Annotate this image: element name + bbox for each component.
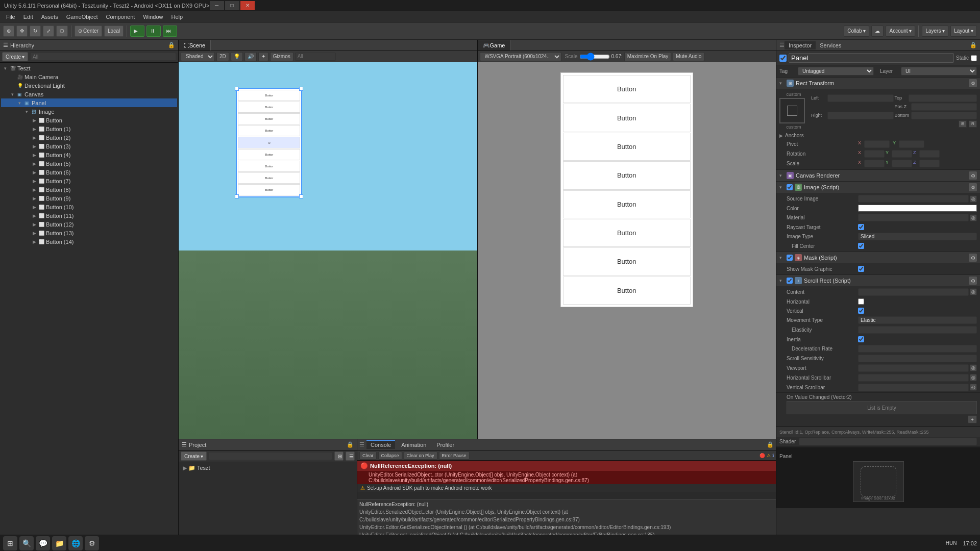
handle-tr[interactable]	[299, 87, 303, 91]
image-enable-checkbox[interactable]	[787, 184, 793, 190]
menu-window[interactable]: Window	[139, 13, 167, 21]
source-image-input[interactable]: Background	[858, 195, 969, 203]
hierarchy-item-button9[interactable]: ▶ ⬜ Button (9)	[1, 194, 177, 203]
content-pick-btn[interactable]: ◎	[970, 288, 977, 295]
step-button[interactable]: ⏭	[163, 26, 177, 37]
layers-button[interactable]: Layers ▾	[922, 26, 948, 37]
fx-button[interactable]: ✦	[258, 52, 268, 61]
scale-slider[interactable]	[579, 53, 610, 61]
inertia-checkbox[interactable]	[858, 336, 864, 342]
scale-x-input[interactable]: 1	[864, 160, 885, 167]
hierarchy-item-button13[interactable]: ▶ ⬜ Button (13)	[1, 229, 177, 237]
rect-transform-menu-btn[interactable]: ⚙	[969, 79, 977, 87]
rt-btn-1[interactable]: ⊞	[959, 120, 967, 128]
elasticity-input[interactable]: 0.1	[858, 326, 977, 334]
hierarchy-item-main-camera[interactable]: 🎥 Main Camera	[1, 72, 177, 81]
scale-y-input[interactable]: 1	[892, 160, 912, 167]
layout-button[interactable]: Layout ▾	[950, 26, 977, 37]
hierarchy-item-teszt[interactable]: ▾ 🎬 Teszt	[1, 64, 177, 72]
hierarchy-item-button5[interactable]: ▶ ⬜ Button (5)	[1, 159, 177, 168]
viewport-pick-btn[interactable]: ◎	[970, 364, 977, 371]
v-scrollbar-pick-btn[interactable]: ◎	[970, 384, 977, 391]
maximize-button[interactable]: □	[225, 1, 239, 10]
hierarchy-item-button8[interactable]: ▶ ⬜ Button (8)	[1, 185, 177, 194]
mute-audio-button[interactable]: Mute Audio	[673, 52, 704, 61]
handle-br[interactable]	[299, 194, 303, 198]
hierarchy-search-input[interactable]	[30, 53, 176, 61]
hierarchy-item-button4[interactable]: ▶ ⬜ Button (4)	[1, 151, 177, 159]
tag-dropdown[interactable]: Untagged	[798, 67, 874, 76]
hierarchy-item-button10[interactable]: ▶ ⬜ Button (10)	[1, 203, 177, 211]
hierarchy-item-button[interactable]: ▶ ⬜ Button	[1, 116, 177, 124]
menu-file[interactable]: File	[2, 13, 19, 21]
console-warn-row[interactable]: ⚠ Set-up Android SDK path to make Androi…	[357, 484, 776, 492]
2d-button[interactable]: 2D	[216, 52, 229, 61]
horizontal-checkbox[interactable]	[858, 298, 864, 305]
mask-enable-checkbox[interactable]	[787, 255, 793, 261]
cloud-button[interactable]: ☁	[871, 26, 884, 37]
scene-panel-object[interactable]: Buttor Buttor Buttor Buttor ⊙ Buttor But…	[236, 88, 302, 197]
rt-btn-2[interactable]: R	[969, 120, 977, 128]
close-button[interactable]: ✕	[240, 1, 255, 10]
handle-bl[interactable]	[235, 194, 239, 198]
error-detail-row[interactable]: UnityEditor.SerializedObject..ctor (Unit…	[357, 471, 776, 484]
game-tab[interactable]: 🎮 Game	[478, 40, 511, 51]
hierarchy-item-button1[interactable]: ▶ ⬜ Button (1)	[1, 124, 177, 133]
hierarchy-item-button12[interactable]: ▶ ⬜ Button (12)	[1, 220, 177, 229]
material-pick-btn[interactable]: ◎	[970, 214, 977, 221]
layer-dropdown[interactable]: UI	[901, 67, 977, 76]
resolution-dropdown[interactable]: WSVGA Portrait (600x1024...	[480, 52, 561, 61]
tab-profiler[interactable]: Profiler	[432, 441, 458, 449]
left-input[interactable]: -15	[827, 94, 894, 102]
image-header[interactable]: ▾ 🖼 Image (Script) ⚙	[776, 182, 980, 193]
pivot-y-input[interactable]: 0.5	[899, 140, 924, 148]
tab-inspector[interactable]: Inspector	[785, 41, 816, 49]
hierarchy-item-button2[interactable]: ▶ ⬜ Button (2)	[1, 133, 177, 142]
minimize-button[interactable]: ─	[210, 1, 224, 10]
play-button[interactable]: ▶	[130, 26, 144, 37]
tab-console[interactable]: Console	[366, 440, 395, 449]
menu-gameobject[interactable]: GameObject	[62, 13, 102, 21]
search-taskbar-button[interactable]: 🔍	[19, 536, 34, 550]
v-scrollbar-input[interactable]: None (Scrollbar)	[858, 384, 969, 391]
audio-button[interactable]: 🔊	[244, 52, 257, 61]
game-canvas[interactable]: Button Button Button Button Button Butto…	[478, 62, 776, 439]
pivot-center-button[interactable]: ⊙ Center	[75, 26, 102, 37]
local-button[interactable]: Local	[104, 26, 124, 37]
object-active-checkbox[interactable]	[779, 55, 787, 62]
clear-on-play-button[interactable]: Clear on Play	[404, 452, 437, 460]
source-image-pick-btn[interactable]: ◎	[970, 195, 977, 203]
static-checkbox[interactable]	[971, 55, 977, 61]
collapse-button[interactable]: Collapse	[378, 452, 402, 460]
hierarchy-item-button3[interactable]: ▶ ⬜ Button (3)	[1, 142, 177, 151]
rotation-y-input[interactable]: 0	[892, 150, 912, 158]
transform-tool-rotate[interactable]: ↻	[30, 26, 41, 37]
tab-animation[interactable]: Animation	[397, 441, 430, 449]
image-type-dropdown[interactable]: Sliced	[858, 233, 977, 240]
pause-button[interactable]: ⏸	[146, 26, 161, 37]
menu-component[interactable]: Component	[102, 13, 139, 21]
object-name-field[interactable]	[789, 53, 954, 63]
canvas-renderer-menu[interactable]: ⚙	[969, 171, 977, 180]
hierarchy-item-button14[interactable]: ▶ ⬜ Button (14)	[1, 237, 177, 246]
menu-help[interactable]: Help	[167, 13, 187, 21]
scene-search-input[interactable]	[295, 53, 336, 61]
menu-assets[interactable]: Assets	[37, 13, 62, 21]
vscode-button[interactable]: ⚙	[85, 536, 99, 550]
hierarchy-item-panel[interactable]: ▾ ▣ Panel	[1, 98, 177, 107]
task-view-button[interactable]: 💬	[36, 536, 50, 550]
gizmos-button[interactable]: Gizmos	[270, 52, 293, 61]
lights-button[interactable]: 💡	[231, 52, 243, 61]
material-input[interactable]: None (Material)	[858, 214, 969, 221]
hierarchy-item-button6[interactable]: ▶ ⬜ Button (6)	[1, 168, 177, 177]
transform-tool-pan[interactable]: ✥	[16, 26, 28, 37]
shader-input[interactable]: UI/Default	[799, 438, 977, 445]
right-input[interactable]: -2	[827, 112, 894, 119]
console-error-row[interactable]: 🔴 NullReferenceException: (null)	[357, 461, 776, 471]
render-mode-dropdown[interactable]: Shaded	[181, 52, 215, 61]
h-scrollbar-input[interactable]: None (Scrollbar)	[858, 374, 969, 382]
transform-tool-move[interactable]: ⊕	[3, 26, 14, 37]
project-search-input[interactable]	[209, 452, 332, 460]
bottom-input[interactable]: -12.5	[911, 112, 977, 119]
hierarchy-item-button11[interactable]: ▶ ⬜ Button (11)	[1, 211, 177, 220]
